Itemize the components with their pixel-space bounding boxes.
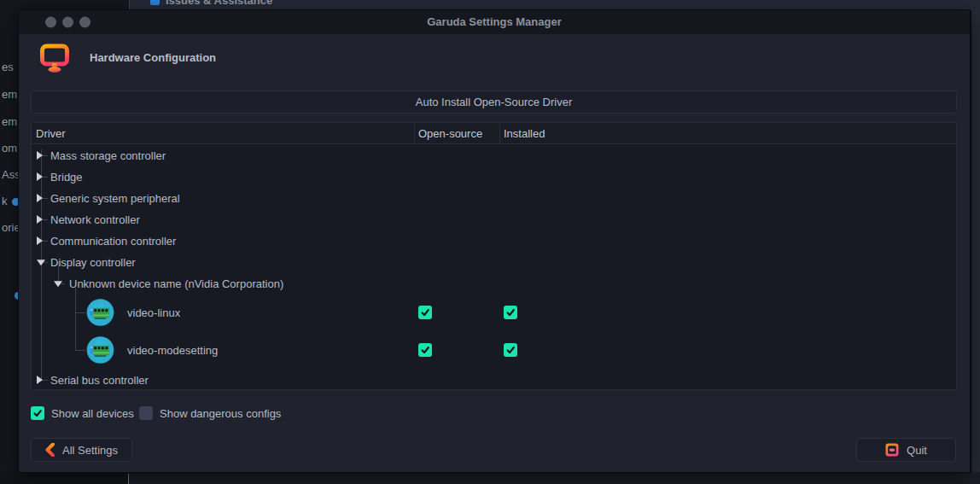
tree-item-label: Unknown device name (nVidia Corporation) <box>69 277 283 289</box>
gpu-card-icon <box>86 336 114 364</box>
column-separator[interactable] <box>499 123 500 144</box>
tree-row-network-controller[interactable]: Network controller <box>32 208 956 230</box>
column-separator[interactable] <box>414 123 415 144</box>
background-menu-item-issues[interactable]: Issues & Assistance <box>150 0 272 7</box>
window-title: Garuda Settings Manager <box>19 10 970 34</box>
background-sidebar-divider <box>128 474 129 484</box>
background-sidebar-item[interactable]: em <box>2 88 17 101</box>
installed-checkbox[interactable] <box>504 306 517 319</box>
auto-install-driver-button[interactable]: Auto Install Open-Source Driver <box>31 90 957 114</box>
tree-item-label: Communication controller <box>50 234 176 247</box>
show-dangerous-configs-checkbox[interactable] <box>139 406 153 420</box>
background-sidebar-item[interactable]: orie <box>2 221 19 234</box>
background-sidebar-item[interactable]: es <box>2 61 14 73</box>
tree-expander-collapsed-icon[interactable] <box>37 376 43 384</box>
installed-checkbox[interactable] <box>504 343 517 357</box>
tree-item-label: Display controller <box>50 255 136 268</box>
all-settings-button[interactable]: All Settings <box>31 438 132 462</box>
tree-item-label: Network controller <box>50 213 140 225</box>
quit-button[interactable]: Quit <box>856 438 956 462</box>
column-header-driver[interactable]: Driver <box>36 123 66 144</box>
background-sidebar-bottom <box>0 472 128 484</box>
column-header-installed[interactable]: Installed <box>504 123 545 144</box>
tree-expander-collapsed-icon[interactable] <box>37 151 43 160</box>
tree-row-serial-bus-controller[interactable]: Serial bus controller <box>32 369 956 390</box>
titlebar[interactable]: Garuda Settings Manager <box>19 10 970 34</box>
background-window-right-strip <box>970 10 980 472</box>
background-sidebar-strip: esememomAsskorie <box>0 10 19 472</box>
tree-row-unknown-device-name-nvidia-corporation[interactable]: Unknown device name (nVidia Corporation) <box>32 272 956 294</box>
page-title: Hardware Configuration <box>90 51 216 64</box>
table-header: Driver Open-source Installed <box>32 123 956 144</box>
tree-row-generic-system-peripheral[interactable]: Generic system peripheral <box>32 187 956 208</box>
column-header-open-source[interactable]: Open-source <box>418 123 482 144</box>
background-sidebar-item[interactable]: em <box>2 115 17 128</box>
checkmark-icon <box>32 408 43 418</box>
background-window-bottom-strip <box>0 472 980 484</box>
notification-dot <box>12 198 20 206</box>
tree-row-mass-storage-controller[interactable]: Mass storage controller <box>32 144 956 166</box>
show-all-devices-checkbox[interactable] <box>31 406 44 420</box>
background-sidebar-item[interactable]: k <box>2 195 19 207</box>
tree-expander-expanded-icon[interactable] <box>37 259 45 265</box>
background-window-top-strip: Issues & Assistance <box>0 0 980 10</box>
driver-table: Driver Open-source Installed Mass storag… <box>31 122 957 390</box>
options-row: Show all devices Show dangerous configs <box>19 405 970 422</box>
settings-manager-window: Garuda Settings Manager Hardware Configu… <box>19 10 970 472</box>
tree-item-label: Bridge <box>50 170 83 183</box>
tree-row-display-controller[interactable]: Display controller <box>32 251 956 272</box>
background-sidebar-item[interactable] <box>10 289 19 301</box>
tree-expander-collapsed-icon[interactable] <box>37 236 43 245</box>
gpu-card-icon <box>86 299 114 327</box>
all-settings-label: All Settings <box>62 444 118 457</box>
issues-assistance-icon <box>150 0 160 5</box>
open-source-checkbox[interactable] <box>418 343 432 357</box>
driver-name-label: video-linux <box>127 306 180 319</box>
background-sidebar-item[interactable]: Ass <box>2 168 19 181</box>
tree-row-video-linux[interactable]: video-linux <box>32 294 956 331</box>
quit-label: Quit <box>907 444 927 457</box>
tree-item-label: Serial bus controller <box>50 373 149 386</box>
tree-expander-collapsed-icon[interactable] <box>37 172 43 181</box>
tree-row-video-modesetting[interactable]: video-modesetting <box>32 331 956 369</box>
tree-item-label: Generic system peripheral <box>50 191 180 204</box>
background-sidebar-top <box>0 0 130 10</box>
background-menu-item-label: Issues & Assistance <box>166 0 272 7</box>
tree-expander-collapsed-icon[interactable] <box>37 194 43 202</box>
tree-item-label: Mass storage controller <box>50 149 166 161</box>
driver-name-label: video-modesetting <box>127 344 218 357</box>
open-source-checkbox[interactable] <box>418 306 432 319</box>
tree-row-bridge[interactable]: Bridge <box>32 166 956 187</box>
hardware-monitor-icon <box>38 42 71 74</box>
tree-row-communication-controller[interactable]: Communication controller <box>32 230 956 251</box>
show-dangerous-configs-label[interactable]: Show dangerous configs <box>160 407 281 420</box>
show-all-devices-label[interactable]: Show all devices <box>51 407 134 420</box>
background-sidebar-item[interactable]: om <box>2 142 17 155</box>
driver-tree: Mass storage controllerBridgeGeneric sys… <box>32 144 956 390</box>
back-chevron-icon <box>45 443 55 457</box>
quit-icon <box>885 443 899 457</box>
tree-expander-expanded-icon[interactable] <box>54 281 62 287</box>
tree-expander-collapsed-icon[interactable] <box>37 215 43 224</box>
